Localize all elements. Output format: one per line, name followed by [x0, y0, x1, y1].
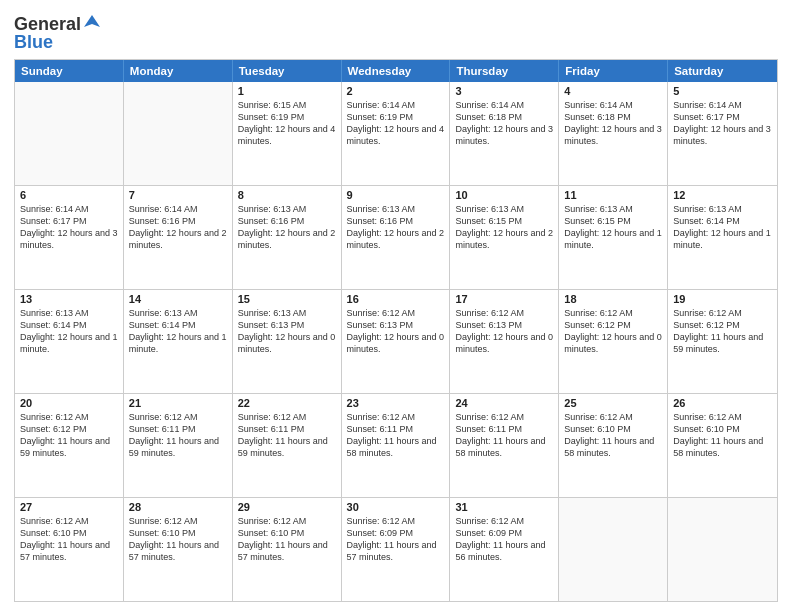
cell-info: Sunrise: 6:13 AM Sunset: 6:16 PM Dayligh…	[238, 203, 336, 252]
cell-info: Sunrise: 6:12 AM Sunset: 6:10 PM Dayligh…	[673, 411, 772, 460]
cal-cell: 3Sunrise: 6:14 AM Sunset: 6:18 PM Daylig…	[450, 82, 559, 185]
day-number: 28	[129, 501, 227, 513]
day-number: 10	[455, 189, 553, 201]
cal-cell: 15Sunrise: 6:13 AM Sunset: 6:13 PM Dayli…	[233, 290, 342, 393]
day-number: 1	[238, 85, 336, 97]
header-day-thursday: Thursday	[450, 60, 559, 82]
cell-info: Sunrise: 6:12 AM Sunset: 6:11 PM Dayligh…	[129, 411, 227, 460]
calendar-header: SundayMondayTuesdayWednesdayThursdayFrid…	[15, 60, 777, 82]
cell-info: Sunrise: 6:12 AM Sunset: 6:11 PM Dayligh…	[238, 411, 336, 460]
cell-info: Sunrise: 6:14 AM Sunset: 6:17 PM Dayligh…	[20, 203, 118, 252]
cell-info: Sunrise: 6:12 AM Sunset: 6:10 PM Dayligh…	[129, 515, 227, 564]
cal-cell: 2Sunrise: 6:14 AM Sunset: 6:19 PM Daylig…	[342, 82, 451, 185]
week-row-1: 1Sunrise: 6:15 AM Sunset: 6:19 PM Daylig…	[15, 82, 777, 185]
week-row-3: 13Sunrise: 6:13 AM Sunset: 6:14 PM Dayli…	[15, 289, 777, 393]
cal-cell: 21Sunrise: 6:12 AM Sunset: 6:11 PM Dayli…	[124, 394, 233, 497]
day-number: 17	[455, 293, 553, 305]
day-number: 7	[129, 189, 227, 201]
day-number: 9	[347, 189, 445, 201]
cal-cell: 20Sunrise: 6:12 AM Sunset: 6:12 PM Dayli…	[15, 394, 124, 497]
cal-cell: 30Sunrise: 6:12 AM Sunset: 6:09 PM Dayli…	[342, 498, 451, 601]
cal-cell	[668, 498, 777, 601]
day-number: 18	[564, 293, 662, 305]
day-number: 5	[673, 85, 772, 97]
cell-info: Sunrise: 6:12 AM Sunset: 6:12 PM Dayligh…	[564, 307, 662, 356]
header-day-monday: Monday	[124, 60, 233, 82]
cell-info: Sunrise: 6:14 AM Sunset: 6:19 PM Dayligh…	[347, 99, 445, 148]
day-number: 29	[238, 501, 336, 513]
cell-info: Sunrise: 6:12 AM Sunset: 6:11 PM Dayligh…	[455, 411, 553, 460]
cell-info: Sunrise: 6:14 AM Sunset: 6:16 PM Dayligh…	[129, 203, 227, 252]
week-row-4: 20Sunrise: 6:12 AM Sunset: 6:12 PM Dayli…	[15, 393, 777, 497]
cal-cell: 9Sunrise: 6:13 AM Sunset: 6:16 PM Daylig…	[342, 186, 451, 289]
header-day-tuesday: Tuesday	[233, 60, 342, 82]
cal-cell	[559, 498, 668, 601]
cal-cell: 7Sunrise: 6:14 AM Sunset: 6:16 PM Daylig…	[124, 186, 233, 289]
day-number: 2	[347, 85, 445, 97]
day-number: 27	[20, 501, 118, 513]
cell-info: Sunrise: 6:14 AM Sunset: 6:18 PM Dayligh…	[455, 99, 553, 148]
cell-info: Sunrise: 6:12 AM Sunset: 6:10 PM Dayligh…	[238, 515, 336, 564]
day-number: 19	[673, 293, 772, 305]
cell-info: Sunrise: 6:13 AM Sunset: 6:16 PM Dayligh…	[347, 203, 445, 252]
cal-cell: 4Sunrise: 6:14 AM Sunset: 6:18 PM Daylig…	[559, 82, 668, 185]
day-number: 16	[347, 293, 445, 305]
cal-cell: 13Sunrise: 6:13 AM Sunset: 6:14 PM Dayli…	[15, 290, 124, 393]
cal-cell: 10Sunrise: 6:13 AM Sunset: 6:15 PM Dayli…	[450, 186, 559, 289]
cal-cell: 25Sunrise: 6:12 AM Sunset: 6:10 PM Dayli…	[559, 394, 668, 497]
day-number: 8	[238, 189, 336, 201]
cell-info: Sunrise: 6:12 AM Sunset: 6:11 PM Dayligh…	[347, 411, 445, 460]
cell-info: Sunrise: 6:12 AM Sunset: 6:09 PM Dayligh…	[347, 515, 445, 564]
day-number: 20	[20, 397, 118, 409]
cell-info: Sunrise: 6:14 AM Sunset: 6:18 PM Dayligh…	[564, 99, 662, 148]
day-number: 4	[564, 85, 662, 97]
cal-cell: 11Sunrise: 6:13 AM Sunset: 6:15 PM Dayli…	[559, 186, 668, 289]
logo-icon	[82, 13, 102, 33]
cal-cell: 12Sunrise: 6:13 AM Sunset: 6:14 PM Dayli…	[668, 186, 777, 289]
cell-info: Sunrise: 6:13 AM Sunset: 6:13 PM Dayligh…	[238, 307, 336, 356]
day-number: 23	[347, 397, 445, 409]
cell-info: Sunrise: 6:13 AM Sunset: 6:14 PM Dayligh…	[20, 307, 118, 356]
header-day-sunday: Sunday	[15, 60, 124, 82]
logo-blue-text: Blue	[14, 32, 102, 53]
day-number: 26	[673, 397, 772, 409]
cal-cell: 18Sunrise: 6:12 AM Sunset: 6:12 PM Dayli…	[559, 290, 668, 393]
cal-cell: 29Sunrise: 6:12 AM Sunset: 6:10 PM Dayli…	[233, 498, 342, 601]
day-number: 30	[347, 501, 445, 513]
day-number: 6	[20, 189, 118, 201]
cal-cell: 6Sunrise: 6:14 AM Sunset: 6:17 PM Daylig…	[15, 186, 124, 289]
day-number: 21	[129, 397, 227, 409]
cell-info: Sunrise: 6:13 AM Sunset: 6:14 PM Dayligh…	[673, 203, 772, 252]
cell-info: Sunrise: 6:12 AM Sunset: 6:12 PM Dayligh…	[20, 411, 118, 460]
cell-info: Sunrise: 6:12 AM Sunset: 6:10 PM Dayligh…	[564, 411, 662, 460]
day-number: 31	[455, 501, 553, 513]
calendar-body: 1Sunrise: 6:15 AM Sunset: 6:19 PM Daylig…	[15, 82, 777, 601]
cal-cell: 22Sunrise: 6:12 AM Sunset: 6:11 PM Dayli…	[233, 394, 342, 497]
cell-info: Sunrise: 6:13 AM Sunset: 6:15 PM Dayligh…	[564, 203, 662, 252]
cal-cell: 24Sunrise: 6:12 AM Sunset: 6:11 PM Dayli…	[450, 394, 559, 497]
cell-info: Sunrise: 6:12 AM Sunset: 6:10 PM Dayligh…	[20, 515, 118, 564]
page-header: General Blue	[14, 10, 778, 53]
day-number: 15	[238, 293, 336, 305]
day-number: 12	[673, 189, 772, 201]
day-number: 22	[238, 397, 336, 409]
cal-cell: 31Sunrise: 6:12 AM Sunset: 6:09 PM Dayli…	[450, 498, 559, 601]
cal-cell: 14Sunrise: 6:13 AM Sunset: 6:14 PM Dayli…	[124, 290, 233, 393]
cell-info: Sunrise: 6:13 AM Sunset: 6:15 PM Dayligh…	[455, 203, 553, 252]
cell-info: Sunrise: 6:12 AM Sunset: 6:12 PM Dayligh…	[673, 307, 772, 356]
week-row-2: 6Sunrise: 6:14 AM Sunset: 6:17 PM Daylig…	[15, 185, 777, 289]
cell-info: Sunrise: 6:15 AM Sunset: 6:19 PM Dayligh…	[238, 99, 336, 148]
day-number: 11	[564, 189, 662, 201]
cal-cell: 1Sunrise: 6:15 AM Sunset: 6:19 PM Daylig…	[233, 82, 342, 185]
cal-cell	[124, 82, 233, 185]
day-number: 14	[129, 293, 227, 305]
header-day-wednesday: Wednesday	[342, 60, 451, 82]
cell-info: Sunrise: 6:12 AM Sunset: 6:13 PM Dayligh…	[455, 307, 553, 356]
header-day-friday: Friday	[559, 60, 668, 82]
cal-cell: 23Sunrise: 6:12 AM Sunset: 6:11 PM Dayli…	[342, 394, 451, 497]
logo: General Blue	[14, 14, 102, 53]
day-number: 24	[455, 397, 553, 409]
day-number: 25	[564, 397, 662, 409]
cell-info: Sunrise: 6:14 AM Sunset: 6:17 PM Dayligh…	[673, 99, 772, 148]
cal-cell: 5Sunrise: 6:14 AM Sunset: 6:17 PM Daylig…	[668, 82, 777, 185]
